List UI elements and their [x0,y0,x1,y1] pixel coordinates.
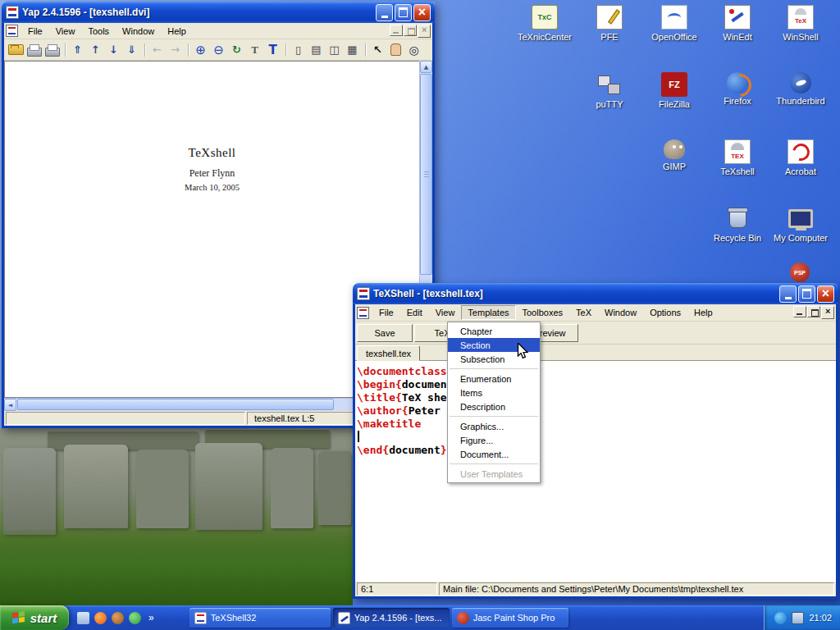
menu-item[interactable]: Tools [81,24,116,39]
desktop-icon-openoffice[interactable]: OpenOffice [643,5,705,42]
desktop-icon-gimp[interactable]: GIMP [643,139,705,171]
desktop-icon-winshell[interactable]: TeX WinShell [769,5,832,42]
desktop-icon-filezilla[interactable]: FZ FileZilla [643,72,705,109]
separator[interactable] [282,42,289,58]
page-single-icon[interactable]: ▯ [290,42,307,58]
mdi-restore-button[interactable] [404,25,417,36]
separator[interactable] [141,42,148,58]
print-icon[interactable] [25,42,43,58]
menu-item-enumeration[interactable]: Enumeration [448,372,540,386]
dvi-document-icon[interactable] [6,25,18,37]
open-icon[interactable] [7,42,25,58]
quick-launch-chevron[interactable]: » [146,612,157,623]
desktop-icon-firefox[interactable]: Firefox [706,72,769,106]
mdi-minimize-button[interactable] [793,306,806,317]
scroll-left-button[interactable] [4,399,16,411]
quicklaunch-firefox-icon[interactable] [94,612,107,624]
forward-icon[interactable]: → [167,42,184,58]
last-page-icon[interactable]: ⇓ [123,42,140,58]
menu-item[interactable]: Help [687,305,719,320]
display-settings-icon[interactable] [792,612,804,624]
taskbar-button-yap[interactable]: Yap 2.4.1596 - [texs... [333,608,450,628]
yap-titlebar[interactable]: Yap 2.4.1596 - [texshell.dvi] [2,2,435,23]
menu-item-items[interactable]: Items [448,386,540,399]
texshell-app-icon[interactable] [357,287,370,300]
menu-item[interactable]: View [429,305,462,320]
start-button[interactable]: start [0,605,69,630]
separator[interactable] [362,42,368,58]
menu-item[interactable]: File [372,305,400,320]
menu-item-document[interactable]: Document... [448,447,540,461]
texshell-titlebar[interactable]: TeXShell - [texshell.tex] [353,283,838,304]
minimize-button[interactable] [779,285,797,303]
menu-separator[interactable] [448,461,540,467]
menu-item[interactable]: Window [598,305,643,320]
mdi-restore-button[interactable] [807,306,820,317]
maximize-button[interactable] [798,285,815,303]
first-page-icon[interactable]: ⇑ [69,42,86,58]
maximize-button[interactable] [395,4,412,21]
desktop-icon-my-computer[interactable]: My Computer [769,206,832,243]
network-status-icon[interactable] [774,612,787,624]
mdi-minimize-button[interactable] [390,25,403,36]
menu-separator[interactable] [448,366,540,372]
zoom-in-icon[interactable]: ⊕ [192,42,209,58]
menu-item[interactable]: View [49,24,82,39]
page-grid-icon[interactable]: ▦ [344,42,361,58]
close-button[interactable] [817,285,834,303]
mdi-close-button[interactable] [418,25,431,38]
tab-texshell-tex[interactable]: texshell.tex [357,345,420,361]
print-setup-icon[interactable] [43,42,61,58]
page-continuous-icon[interactable]: ▤ [308,42,325,58]
taskbar-button-paintshoppro[interactable]: Jasc Paint Shop Pro [452,608,568,628]
scroll-up-button[interactable] [420,61,432,73]
menu-item-figure[interactable]: Figure... [448,433,540,447]
menu-item-description[interactable]: Description [448,399,540,413]
mdi-close-button[interactable] [821,306,834,319]
texshell-document-icon[interactable] [357,307,369,319]
desktop-icon-recycle-bin[interactable]: Recycle Bin [706,206,769,243]
page-facing-icon[interactable]: ◫ [326,42,343,58]
code-editor[interactable]: \documentclass{ \begin{document \title{T… [355,361,836,582]
refresh-icon[interactable]: ↻ [228,42,245,58]
zoom-out-icon[interactable]: ⊖ [210,42,227,58]
menu-item[interactable]: Options [643,305,687,320]
desktop-icon-thunderbird[interactable]: Thunderbird [769,72,832,106]
menu-item[interactable]: Help [161,24,193,39]
show-desktop-icon[interactable] [77,612,89,624]
ruler-tool-icon[interactable]: T [246,42,263,58]
vertical-scrollbar-thumb[interactable] [420,74,432,275]
prev-page-icon[interactable]: ↑ [87,42,104,58]
horizontal-scrollbar-thumb[interactable] [17,399,334,410]
close-button[interactable] [413,4,431,21]
magnifier-tool-icon[interactable]: ◎ [405,42,422,58]
menu-item[interactable]: Edit [400,305,429,320]
back-icon[interactable]: ← [148,42,166,58]
menu-item-graphics[interactable]: Graphics... [448,419,540,433]
select-tool-icon[interactable]: ↖ [369,42,386,58]
desktop-icon-winedt[interactable]: WinEdt [706,5,769,42]
menu-item[interactable]: TeX [569,305,598,320]
hand-tool-icon[interactable] [387,42,404,58]
taskbar-button-texshell32[interactable]: TeXShell32 [189,608,331,628]
menu-item[interactable]: File [21,24,49,39]
menu-item-chapter[interactable]: Chapter [448,324,540,338]
desktop-icon-texniccenter[interactable]: TxC TeXnicCenter [514,5,576,42]
menu-item[interactable]: Templates [461,305,515,320]
desktop-icon-acrobat[interactable]: Acrobat [769,139,832,176]
menu-item[interactable]: Toolboxes [516,305,570,320]
separator[interactable] [62,42,68,58]
desktop-icon-psp[interactable]: PSP [769,262,831,285]
desktop-icon-putty[interactable]: puTTY [578,72,641,109]
menu-item[interactable]: Window [116,24,161,39]
separator[interactable] [185,42,191,58]
yap-app-icon[interactable] [6,6,19,19]
menu-item-user-templates[interactable]: User Templates [448,467,540,481]
quicklaunch-mail-icon[interactable] [112,612,124,624]
text-tool-icon[interactable]: T [264,42,281,58]
quicklaunch-msn-icon[interactable] [129,612,141,624]
save-button[interactable]: Save [357,324,413,342]
desktop-icon-texshell[interactable]: TEX TeXshell [706,139,769,176]
desktop-icon-pfe[interactable]: PFE [578,5,641,42]
minimize-button[interactable] [376,4,393,21]
